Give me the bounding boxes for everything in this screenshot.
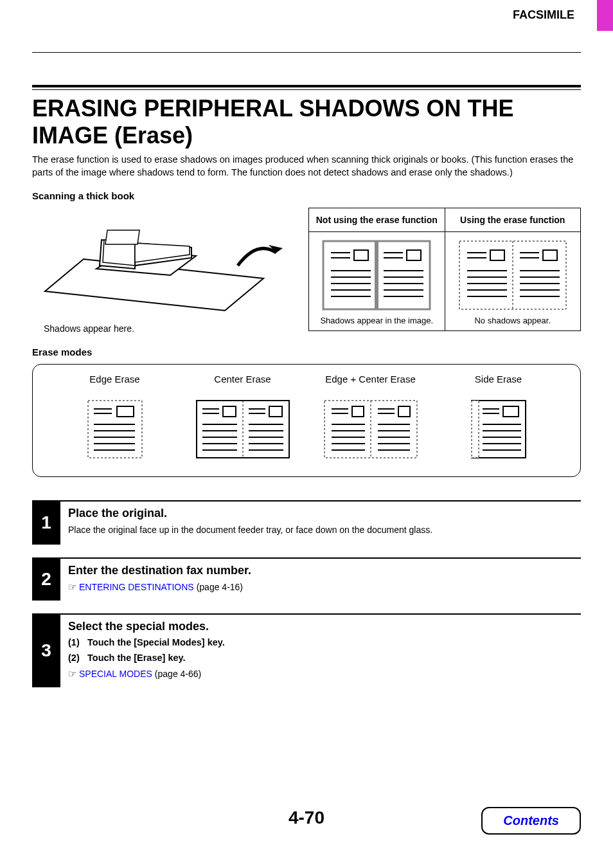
result-head-not-using: Not using the erase function (309, 208, 445, 231)
mode-edge-erase: Edge Erase (51, 374, 179, 460)
result-cell-not-using: Shadows appear in the image. (309, 232, 445, 330)
page-reference: (page 4-66) (155, 669, 201, 679)
mode-center-erase: Center Erase (179, 374, 306, 460)
intro-paragraph: The erase function is used to erase shad… (32, 154, 581, 179)
erase-modes-diagram: Edge Erase Center Erase (32, 364, 581, 477)
step-text: Place the original face up in the docume… (68, 524, 581, 537)
svg-rect-6 (105, 230, 139, 244)
cross-reference-link[interactable]: ENTERING DESTINATIONS (79, 582, 194, 592)
mode-edge-center-erase: Edge + Center Erase (306, 374, 434, 460)
substep-text: Touch the [Erase] key. (87, 653, 186, 663)
erase-modes-heading: Erase modes (32, 347, 581, 357)
contents-button[interactable]: Contents (481, 807, 581, 835)
svg-rect-9 (375, 241, 378, 309)
step-1: 1 Place the original. Place the original… (32, 500, 581, 545)
step-title: Select the special modes. (68, 620, 581, 633)
substep-number: (2) (68, 653, 87, 663)
result-note-no-shadows: No shadows appear. (474, 316, 551, 325)
result-cell-using: No shadows appear. (445, 232, 581, 330)
page-reference: (page 4-16) (197, 582, 243, 592)
title-rule (32, 85, 581, 90)
book-illustration: Shadows appear here. (32, 208, 289, 334)
scanning-heading: Scanning a thick book (32, 190, 581, 201)
cross-reference-link[interactable]: SPECIAL MODES (79, 669, 152, 679)
step-number: 3 (32, 615, 60, 687)
step-number: 2 (32, 559, 60, 601)
substep-text: Touch the [Special Modes] key. (87, 637, 225, 647)
step-2: 2 Enter the destination fax number. ☞ EN… (32, 557, 581, 601)
result-comparison-table: Not using the erase function Using the e… (308, 208, 581, 331)
step-title: Enter the destination fax number. (68, 564, 581, 577)
pointer-icon: ☞ (68, 581, 76, 593)
step-3: 3 Select the special modes. (1) Touch th… (32, 613, 581, 687)
step-title: Place the original. (68, 507, 581, 520)
pointer-icon: ☞ (68, 668, 76, 680)
section-color-tab (597, 0, 613, 31)
section-header: FACSIMILE (32, 8, 574, 22)
mode-side-erase: Side Erase (434, 374, 562, 460)
svg-rect-90 (472, 401, 479, 458)
step-number: 1 (32, 502, 60, 545)
page-title: ERASING PERIPHERAL SHADOWS ON THE IMAGE … (32, 95, 581, 150)
substep-number: (1) (68, 637, 87, 647)
shadow-caption: Shadows appear here. (44, 323, 289, 334)
header-rule (32, 52, 581, 53)
result-head-using: Using the erase function (445, 208, 581, 231)
result-note-shadows: Shadows appear in the image. (320, 316, 433, 325)
